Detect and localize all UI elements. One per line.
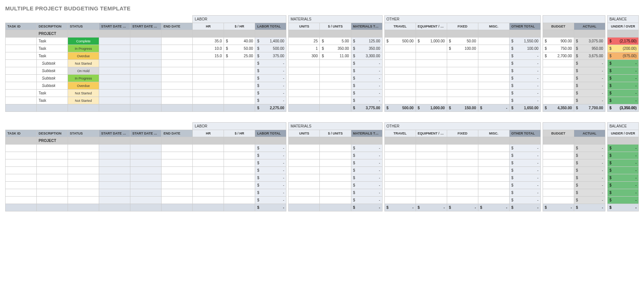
cell-fixed[interactable] [447,167,478,174]
cell-hr[interactable]: 10.0 [193,45,224,52]
cell-travel[interactable] [384,67,416,75]
cell-travel[interactable] [384,167,416,174]
cell-travel[interactable] [384,159,416,167]
cell-units[interactable]: 300 [289,52,320,60]
cell-per-unit[interactable] [320,82,351,90]
cell-hr[interactable] [193,159,224,167]
cell-travel[interactable] [384,189,416,197]
cell-end-date[interactable] [162,152,193,159]
cell-status[interactable] [68,152,99,159]
cell-task-id[interactable] [6,45,37,52]
cell-start-planned[interactable] [99,38,130,45]
cell-hr[interactable] [193,75,224,82]
cell-units[interactable] [289,60,320,67]
cell-misc[interactable] [478,52,509,60]
cell-per-hr[interactable] [224,174,255,182]
cell-per-unit[interactable] [320,60,351,67]
col-hr[interactable]: HR [193,23,224,30]
cell-description[interactable] [37,197,68,204]
cell-per-hr[interactable] [224,145,255,152]
cell-start-actual[interactable] [130,38,162,45]
cell-description[interactable] [37,167,68,174]
cell-fixed[interactable] [447,197,478,204]
cell-misc[interactable] [478,152,509,159]
cell-hr[interactable] [193,67,224,75]
cell-travel[interactable] [384,75,416,82]
cell-start-planned[interactable] [99,189,130,197]
col-misc[interactable]: MISC. [478,130,509,137]
col-units[interactable]: UNITS [289,23,320,30]
cell-start-planned[interactable] [99,45,130,52]
cell-budget[interactable] [543,60,574,67]
cell-per-unit[interactable] [320,97,351,104]
cell-status[interactable]: On Hold [68,67,99,75]
cell-per-unit[interactable] [320,182,351,189]
cell-per-hr[interactable] [224,75,255,82]
cell-units[interactable] [289,90,320,97]
col-per-unit[interactable]: $ / UNITS [320,130,351,137]
cell-misc[interactable] [478,167,509,174]
cell-status[interactable] [68,182,99,189]
cell-per-hr[interactable]: $40.00 [224,38,255,45]
col-equipment[interactable]: EQUIPMENT / SPACE [416,23,447,30]
cell-budget[interactable] [543,90,574,97]
cell-status[interactable] [68,174,99,182]
cell-end-date[interactable] [162,145,193,152]
cell-task-id[interactable] [6,90,37,97]
cell-task-id[interactable] [6,182,37,189]
cell-fixed[interactable] [447,75,478,82]
cell-fixed[interactable]: $100.00 [447,45,478,52]
cell-end-date[interactable] [162,75,193,82]
cell-budget[interactable] [543,189,574,197]
cell-travel[interactable] [384,60,416,67]
cell-hr[interactable] [193,174,224,182]
cell-start-planned[interactable] [99,167,130,174]
cell-per-unit[interactable] [320,75,351,82]
cell-per-hr[interactable] [224,97,255,104]
cell-travel[interactable] [384,174,416,182]
cell-start-actual[interactable] [130,159,162,167]
cell-status[interactable]: In Progress [68,75,99,82]
cell-budget[interactable] [543,152,574,159]
col-units[interactable]: UNITS [289,130,320,137]
cell-per-hr[interactable] [224,152,255,159]
cell-description[interactable]: Task [37,97,68,104]
col-task-id[interactable]: TASK ID [6,23,37,30]
cell-fixed[interactable] [447,152,478,159]
cell-fixed[interactable] [447,189,478,197]
cell-description[interactable] [37,182,68,189]
cell-end-date[interactable] [162,45,193,52]
cell-equipment[interactable] [416,67,447,75]
cell-description[interactable]: Task [37,90,68,97]
cell-task-id[interactable] [6,152,37,159]
cell-units[interactable] [289,159,320,167]
col-travel[interactable]: TRAVEL [384,23,416,30]
cell-units[interactable] [289,82,320,90]
cell-end-date[interactable] [162,52,193,60]
cell-description[interactable]: Subtask [37,75,68,82]
cell-description[interactable]: Task [37,45,68,52]
section-label[interactable]: PROJECT [37,137,68,145]
cell-task-id[interactable] [6,167,37,174]
col-under-over[interactable]: UNDER / OVER [607,23,638,30]
cell-status[interactable] [68,167,99,174]
cell-task-id[interactable] [6,189,37,197]
cell-units[interactable] [289,197,320,204]
cell-status[interactable] [68,159,99,167]
cell-equipment[interactable] [416,52,447,60]
cell-per-unit[interactable] [320,67,351,75]
cell-travel[interactable]: $500.00 [384,38,416,45]
cell-per-unit[interactable] [320,159,351,167]
cell-units[interactable] [289,67,320,75]
col-materials-total[interactable]: MATERIALS TOTAL [351,130,382,137]
cell-budget[interactable] [543,75,574,82]
col-fixed[interactable]: FIXED [447,130,478,137]
cell-per-hr[interactable] [224,159,255,167]
cell-hr[interactable]: 15.0 [193,52,224,60]
cell-per-hr[interactable] [224,182,255,189]
col-other-total[interactable]: OTHER TOTAL [509,130,540,137]
cell-travel[interactable] [384,197,416,204]
cell-hr[interactable] [193,152,224,159]
cell-equipment[interactable] [416,167,447,174]
cell-description[interactable]: Task [37,52,68,60]
